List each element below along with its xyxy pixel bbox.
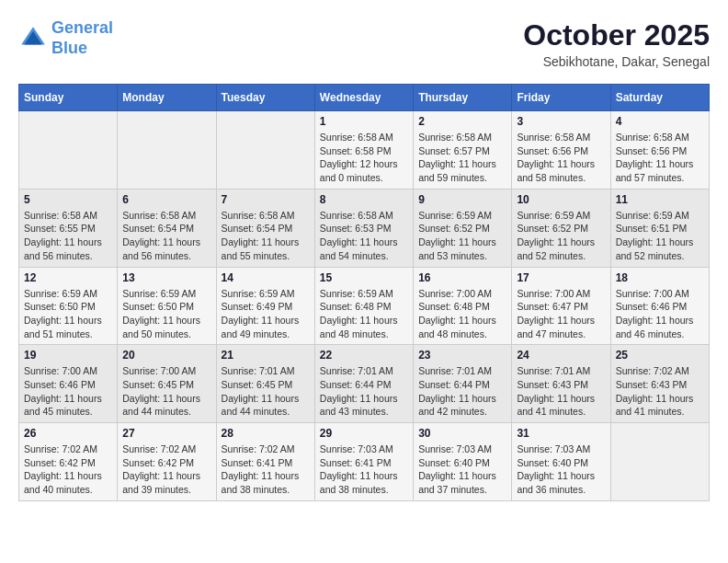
day-number: 22 — [320, 349, 408, 362]
calendar-cell: 15Sunrise: 6:59 AMSunset: 6:48 PMDayligh… — [314, 267, 413, 345]
day-number: 16 — [418, 271, 506, 284]
calendar-cell — [19, 111, 118, 190]
day-info: Sunrise: 6:59 AMSunset: 6:48 PMDaylight:… — [320, 287, 408, 341]
day-info: Sunrise: 6:58 AMSunset: 6:56 PMDaylight:… — [616, 131, 704, 185]
calendar-cell: 19Sunrise: 7:00 AMSunset: 6:46 PMDayligh… — [19, 345, 118, 423]
day-number: 25 — [616, 349, 704, 362]
day-info: Sunrise: 6:58 AMSunset: 6:58 PMDaylight:… — [320, 131, 408, 185]
day-number: 11 — [616, 193, 704, 206]
day-info: Sunrise: 7:00 AMSunset: 6:45 PMDaylight:… — [122, 364, 210, 419]
day-info: Sunrise: 7:03 AMSunset: 6:40 PMDaylight:… — [418, 442, 506, 497]
calendar-cell: 27Sunrise: 7:02 AMSunset: 6:42 PMDayligh… — [118, 423, 216, 501]
calendar-body: 1Sunrise: 6:58 AMSunset: 6:58 PMDaylight… — [19, 111, 710, 501]
day-info: Sunrise: 7:03 AMSunset: 6:40 PMDaylight:… — [517, 442, 605, 497]
calendar: SundayMondayTuesdayWednesdayThursdayFrid… — [18, 84, 710, 501]
calendar-cell: 3Sunrise: 6:58 AMSunset: 6:56 PMDaylight… — [512, 111, 610, 190]
day-number: 18 — [616, 271, 704, 284]
calendar-cell: 6Sunrise: 6:58 AMSunset: 6:54 PMDaylight… — [118, 189, 216, 267]
week-row-1: 1Sunrise: 6:58 AMSunset: 6:58 PMDaylight… — [19, 111, 710, 190]
day-info: Sunrise: 6:59 AMSunset: 6:50 PMDaylight:… — [122, 287, 210, 341]
calendar-cell: 13Sunrise: 6:59 AMSunset: 6:50 PMDayligh… — [118, 267, 216, 345]
calendar-cell — [216, 111, 314, 190]
weekday-header-wednesday: Wednesday — [314, 85, 413, 111]
day-number: 14 — [222, 271, 310, 284]
day-info: Sunrise: 6:58 AMSunset: 6:54 PMDaylight:… — [222, 209, 310, 263]
day-number: 31 — [517, 427, 605, 440]
day-info: Sunrise: 7:01 AMSunset: 6:45 PMDaylight:… — [222, 364, 310, 419]
calendar-cell: 1Sunrise: 6:58 AMSunset: 6:58 PMDaylight… — [314, 111, 413, 190]
calendar-cell: 30Sunrise: 7:03 AMSunset: 6:40 PMDayligh… — [414, 423, 512, 501]
day-info: Sunrise: 6:59 AMSunset: 6:52 PMDaylight:… — [418, 209, 506, 263]
calendar-cell: 28Sunrise: 7:02 AMSunset: 6:41 PMDayligh… — [216, 423, 314, 501]
calendar-cell — [118, 111, 216, 190]
calendar-cell: 29Sunrise: 7:03 AMSunset: 6:41 PMDayligh… — [314, 423, 413, 501]
day-number: 5 — [24, 193, 112, 206]
day-number: 21 — [222, 349, 310, 362]
calendar-cell: 2Sunrise: 6:58 AMSunset: 6:57 PMDaylight… — [414, 111, 512, 190]
day-number: 28 — [222, 427, 310, 440]
day-number: 2 — [418, 115, 506, 128]
day-number: 29 — [320, 427, 408, 440]
day-number: 15 — [320, 271, 408, 284]
calendar-cell: 12Sunrise: 6:59 AMSunset: 6:50 PMDayligh… — [19, 267, 118, 345]
day-number: 27 — [122, 427, 210, 440]
logo: General Blue — [18, 18, 113, 58]
month-title: October 2025 — [523, 18, 710, 52]
day-number: 30 — [418, 427, 506, 440]
day-number: 19 — [24, 349, 112, 362]
calendar-cell: 25Sunrise: 7:02 AMSunset: 6:43 PMDayligh… — [610, 345, 709, 423]
day-number: 10 — [517, 193, 605, 206]
day-info: Sunrise: 6:59 AMSunset: 6:49 PMDaylight:… — [222, 287, 310, 341]
day-info: Sunrise: 7:01 AMSunset: 6:44 PMDaylight:… — [418, 364, 506, 419]
day-info: Sunrise: 7:00 AMSunset: 6:46 PMDaylight:… — [616, 287, 704, 341]
day-number: 23 — [418, 349, 506, 362]
weekday-header-saturday: Saturday — [610, 85, 709, 111]
calendar-cell: 8Sunrise: 6:58 AMSunset: 6:53 PMDaylight… — [314, 189, 413, 267]
weekday-header-friday: Friday — [512, 85, 610, 111]
day-number: 24 — [517, 349, 605, 362]
day-number: 13 — [122, 271, 210, 284]
weekday-header-sunday: Sunday — [19, 85, 118, 111]
calendar-cell: 17Sunrise: 7:00 AMSunset: 6:47 PMDayligh… — [512, 267, 610, 345]
calendar-cell: 23Sunrise: 7:01 AMSunset: 6:44 PMDayligh… — [414, 345, 512, 423]
day-number: 9 — [418, 193, 506, 206]
calendar-cell: 26Sunrise: 7:02 AMSunset: 6:42 PMDayligh… — [19, 423, 118, 501]
day-number: 26 — [24, 427, 112, 440]
day-number: 8 — [320, 193, 408, 206]
subtitle: Sebikhotane, Dakar, Senegal — [523, 54, 710, 69]
day-number: 3 — [517, 115, 605, 128]
weekday-header-monday: Monday — [118, 85, 216, 111]
day-number: 1 — [320, 115, 408, 128]
calendar-cell: 20Sunrise: 7:00 AMSunset: 6:45 PMDayligh… — [118, 345, 216, 423]
calendar-cell: 16Sunrise: 7:00 AMSunset: 6:48 PMDayligh… — [414, 267, 512, 345]
calendar-cell: 11Sunrise: 6:59 AMSunset: 6:51 PMDayligh… — [610, 189, 709, 267]
day-info: Sunrise: 7:02 AMSunset: 6:43 PMDaylight:… — [616, 364, 704, 419]
day-info: Sunrise: 7:00 AMSunset: 6:48 PMDaylight:… — [418, 287, 506, 341]
title-area: October 2025 Sebikhotane, Dakar, Senegal — [523, 18, 710, 69]
calendar-cell: 10Sunrise: 6:59 AMSunset: 6:52 PMDayligh… — [512, 189, 610, 267]
weekday-row: SundayMondayTuesdayWednesdayThursdayFrid… — [19, 85, 710, 111]
week-row-2: 5Sunrise: 6:58 AMSunset: 6:55 PMDaylight… — [19, 189, 710, 267]
day-info: Sunrise: 7:00 AMSunset: 6:47 PMDaylight:… — [517, 287, 605, 341]
week-row-5: 26Sunrise: 7:02 AMSunset: 6:42 PMDayligh… — [19, 423, 710, 501]
page-header: General Blue October 2025 Sebikhotane, D… — [18, 18, 710, 69]
day-info: Sunrise: 7:01 AMSunset: 6:43 PMDaylight:… — [517, 364, 605, 419]
day-number: 20 — [122, 349, 210, 362]
day-info: Sunrise: 7:00 AMSunset: 6:46 PMDaylight:… — [24, 364, 112, 419]
logo-text: General Blue — [51, 18, 113, 58]
day-info: Sunrise: 6:58 AMSunset: 6:54 PMDaylight:… — [122, 209, 210, 263]
calendar-cell: 18Sunrise: 7:00 AMSunset: 6:46 PMDayligh… — [610, 267, 709, 345]
day-number: 4 — [616, 115, 704, 128]
calendar-cell — [610, 423, 709, 501]
day-info: Sunrise: 7:02 AMSunset: 6:42 PMDaylight:… — [24, 442, 112, 497]
day-number: 6 — [122, 193, 210, 206]
day-info: Sunrise: 6:59 AMSunset: 6:52 PMDaylight:… — [517, 209, 605, 263]
calendar-cell: 22Sunrise: 7:01 AMSunset: 6:44 PMDayligh… — [314, 345, 413, 423]
week-row-4: 19Sunrise: 7:00 AMSunset: 6:46 PMDayligh… — [19, 345, 710, 423]
day-info: Sunrise: 7:02 AMSunset: 6:41 PMDaylight:… — [222, 442, 310, 497]
day-info: Sunrise: 6:58 AMSunset: 6:57 PMDaylight:… — [418, 131, 506, 185]
week-row-3: 12Sunrise: 6:59 AMSunset: 6:50 PMDayligh… — [19, 267, 710, 345]
day-info: Sunrise: 6:59 AMSunset: 6:51 PMDaylight:… — [616, 209, 704, 263]
day-info: Sunrise: 6:58 AMSunset: 6:56 PMDaylight:… — [517, 131, 605, 185]
calendar-cell: 24Sunrise: 7:01 AMSunset: 6:43 PMDayligh… — [512, 345, 610, 423]
